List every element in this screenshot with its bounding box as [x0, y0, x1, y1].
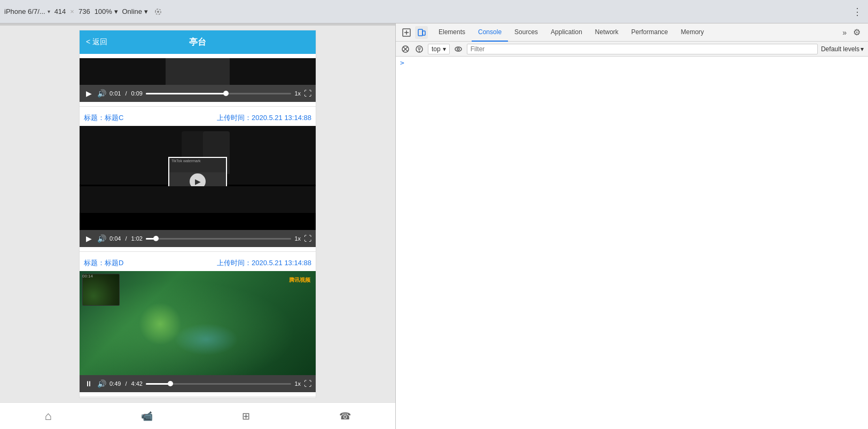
- volume-button-first[interactable]: 🔊: [97, 89, 106, 98]
- context-dropdown: ▾: [443, 45, 446, 53]
- context-selector[interactable]: top ▾: [428, 44, 450, 54]
- devtools-icon-group: [400, 26, 428, 39]
- app-title: 亭台: [189, 37, 206, 48]
- speed-d[interactable]: 1x: [294, 380, 301, 387]
- progress-track-c[interactable]: [146, 238, 291, 240]
- console-toolbar: top ▾ Default levels ▾: [396, 42, 868, 57]
- tencent-logo: 腾讯视频: [289, 276, 310, 284]
- video-c-meta: 标题：标题C 上传时间：2020.5.21 13:14:88: [80, 111, 316, 126]
- video-d-meta: 标题：标题D 上传时间：2020.5.21 13:14:88: [80, 256, 316, 271]
- video-c-title: 标题：标题C: [84, 113, 123, 123]
- inspect-icon[interactable]: [400, 26, 413, 39]
- context-value: top: [432, 45, 441, 53]
- svg-rect-5: [423, 31, 425, 35]
- mobile-content[interactable]: < 返回 亭台 ▶ 🔊 0:01 / 0:09: [79, 30, 316, 398]
- log-levels-label: Default levels: [821, 45, 859, 53]
- nav-video-icon[interactable]: 📹: [141, 410, 153, 422]
- video-d-title: 标题：标题D: [84, 258, 123, 268]
- width-value: 414: [54, 7, 66, 15]
- video-c-thumbnail[interactable]: TikTok watermark ▶ 我说你怎么这么嗦啊: [80, 126, 316, 230]
- zoom-selector[interactable]: 100% ▾: [95, 7, 118, 15]
- height-value: 736: [79, 7, 90, 15]
- current-time-c: 0:04: [110, 235, 121, 242]
- svg-point-0: [157, 11, 159, 13]
- mobile-preview-panel: < 返回 亭台 ▶ 🔊 0:01 / 0:09: [0, 23, 395, 429]
- device-selector[interactable]: iPhone 6/7/... ▾: [4, 7, 50, 15]
- console-clear-button[interactable]: [400, 44, 411, 54]
- total-time-d: 4:42: [131, 380, 142, 387]
- log-levels-selector[interactable]: Default levels ▾: [821, 45, 864, 53]
- video-d-controls: ⏸ 🔊 0:49 / 4:42 1x ⛶: [80, 375, 316, 392]
- progress-dot-d: [168, 381, 173, 386]
- device-dropdown-arrow: ▾: [48, 9, 50, 14]
- tab-elements[interactable]: Elements: [432, 23, 472, 42]
- tab-application[interactable]: Application: [544, 23, 589, 42]
- console-prompt-line: >: [400, 59, 864, 67]
- svg-point-13: [455, 47, 462, 51]
- video-c-upload: 上传时间：2020.5.21 13:14:88: [217, 113, 311, 123]
- zoom-arrow: ▾: [114, 7, 118, 15]
- dimension-cross: ×: [70, 7, 74, 15]
- total-time-first: 0:09: [131, 90, 142, 97]
- video-d-upload: 上传时间：2020.5.21 13:14:88: [217, 258, 311, 268]
- separator-first: /: [125, 90, 127, 97]
- video-item-d: 标题：标题D 上传时间：2020.5.21 13:14:88 00:14 腾讯视…: [80, 252, 316, 397]
- tab-performance[interactable]: Performance: [625, 23, 675, 42]
- progress-fill-d: [146, 383, 170, 385]
- progress-track-first[interactable]: [146, 93, 291, 94]
- total-time-c: 1:02: [131, 235, 142, 242]
- video-item-first: ▶ 🔊 0:01 / 0:09 1x ⛶: [80, 54, 316, 107]
- main-area: < 返回 亭台 ▶ 🔊 0:01 / 0:09: [0, 23, 868, 429]
- network-arrow: ▾: [144, 7, 148, 15]
- speed-first[interactable]: 1x: [294, 90, 301, 97]
- fullscreen-button-c[interactable]: ⛶: [304, 234, 311, 243]
- devtools-panel: Elements Console Sources Application Net…: [395, 23, 868, 429]
- sensor-icon[interactable]: [152, 6, 164, 18]
- play-button-first[interactable]: ▶: [84, 89, 93, 98]
- tab-memory[interactable]: Memory: [675, 23, 710, 42]
- eye-toggle-button[interactable]: [453, 44, 464, 54]
- speed-c[interactable]: 1x: [294, 235, 301, 242]
- video-d-thumbnail[interactable]: 00:14 腾讯视频: [80, 271, 316, 375]
- progress-dot-c: [153, 236, 159, 241]
- fullscreen-button-first[interactable]: ⛶: [304, 89, 311, 98]
- progress-fill-first: [146, 93, 226, 94]
- tab-sources[interactable]: Sources: [508, 23, 544, 42]
- console-content-area: >: [396, 57, 868, 429]
- network-selector[interactable]: Online ▾: [122, 7, 148, 15]
- nav-grid-icon[interactable]: ⊞: [242, 410, 250, 422]
- back-label: < 返回: [86, 37, 107, 47]
- separator-c: /: [125, 235, 127, 242]
- progress-track-d[interactable]: [146, 383, 291, 385]
- volume-button-c[interactable]: 🔊: [97, 234, 106, 243]
- devtools-settings-button[interactable]: ⚙: [850, 27, 864, 37]
- top-toolbar: iPhone 6/7/... ▾ 414 × 736 100% ▾ Online…: [0, 0, 868, 23]
- nav-phone-icon[interactable]: ☎: [339, 410, 351, 422]
- video-c-controls: ▶ 🔊 0:04 / 1:02 1x ⛶: [80, 230, 316, 247]
- volume-button-d[interactable]: 🔊: [97, 379, 106, 388]
- bottom-navigation: ⌂ 📹 ⊞ ☎: [0, 402, 395, 429]
- more-options-button[interactable]: ⋮: [851, 5, 864, 18]
- tab-console[interactable]: Console: [472, 23, 508, 42]
- back-button[interactable]: < 返回: [86, 37, 107, 47]
- progress-bar-top: [0, 23, 395, 26]
- current-time-d: 0:49: [110, 380, 121, 387]
- svg-point-14: [457, 48, 459, 50]
- zoom-value: 100%: [95, 7, 112, 15]
- app-header: < 返回 亭台: [80, 30, 316, 54]
- network-value: Online: [122, 7, 143, 15]
- first-video-controls: ▶ 🔊 0:01 / 0:09 1x ⛶: [80, 85, 316, 102]
- progress-dot-first: [223, 91, 229, 96]
- tab-network[interactable]: Network: [589, 23, 625, 42]
- console-chevron: >: [400, 59, 404, 67]
- more-tabs-button[interactable]: »: [839, 28, 850, 37]
- fullscreen-button-d[interactable]: ⛶: [304, 379, 311, 388]
- svg-rect-4: [418, 29, 423, 36]
- console-filter-toggle[interactable]: [414, 44, 425, 54]
- nav-home-icon[interactable]: ⌂: [44, 409, 51, 423]
- device-toolbar-icon[interactable]: [415, 26, 428, 39]
- play-button-c[interactable]: ▶: [84, 234, 93, 243]
- pause-button-d[interactable]: ⏸: [84, 379, 93, 388]
- console-filter-input[interactable]: [467, 44, 818, 54]
- video-item-c: 标题：标题C 上传时间：2020.5.21 13:14:88 TikTok wa…: [80, 107, 316, 252]
